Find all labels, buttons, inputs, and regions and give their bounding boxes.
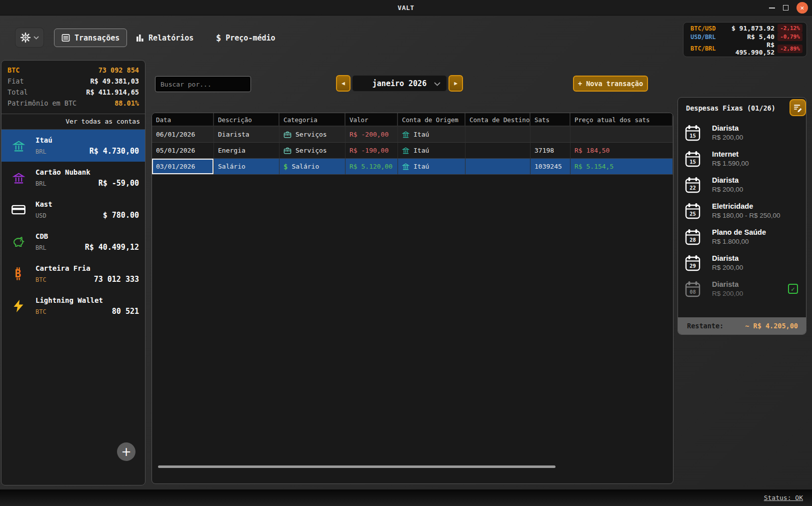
change-badge: -2,12% (778, 24, 802, 33)
cell-sats[interactable] (530, 127, 570, 143)
add-account-button[interactable]: + (117, 442, 136, 461)
cell-value[interactable]: R$ -200,00 (346, 127, 398, 143)
pair-label: BTC/BRL (690, 45, 726, 52)
tab-relatorios[interactable]: Relatórios (129, 29, 200, 47)
close-icon[interactable]: ✕ (796, 2, 808, 14)
minimize-icon[interactable] (769, 8, 775, 9)
cell-destination[interactable] (466, 143, 530, 159)
calendar-icon: 22 (685, 177, 710, 193)
chevron-down-icon (434, 82, 440, 86)
expense-amount: R$ 1.800,00 (712, 238, 788, 245)
svg-text:28: 28 (690, 236, 696, 242)
cell-sats-price[interactable]: R$ 184,50 (570, 143, 673, 159)
remaining-value: ~ R$ 4.205,00 (745, 322, 798, 330)
cell-origin[interactable]: Itaú (398, 127, 466, 143)
checkbox-checked-icon[interactable]: ✓ (788, 284, 798, 294)
cell-sats-price[interactable] (570, 127, 673, 143)
account-name: Cartão Nubank (36, 168, 139, 176)
tab-transacoes[interactable]: Transações (54, 29, 127, 47)
expense-item[interactable]: 28 Plano de Saúde R$ 1.800,00 (678, 224, 806, 250)
cell-origin[interactable]: Itaú (398, 159, 466, 175)
briefcase-icon (284, 147, 292, 154)
svg-text:15: 15 (690, 158, 696, 164)
account-currency: BTC (36, 276, 46, 283)
expense-amount: R$ 180,00 - R$ 250,00 (712, 212, 788, 219)
cell-origin[interactable]: Itaú (398, 143, 466, 159)
lightning-icon (2, 299, 36, 313)
svg-text:25: 25 (690, 210, 696, 216)
bank-icon (402, 147, 410, 154)
account-name: CDB (36, 232, 139, 240)
ticker-row-btc-brl: BTC/BRL R$ 495.990,52 -2,89% (690, 41, 802, 56)
cell-date[interactable]: 03/01/2026 (152, 159, 214, 175)
calendar-icon: 15 (685, 125, 710, 141)
account-item-itau[interactable]: Itaú BRL R$ 4.730,00 (2, 130, 145, 162)
account-currency: BRL (36, 148, 46, 155)
column-header-sats: Sats (530, 113, 570, 127)
account-item-carteira-fria[interactable]: B Carteira Fria BTC 73 012 333 (2, 258, 145, 290)
cell-date[interactable]: 05/01/2026 (152, 143, 214, 159)
cell-description[interactable]: Energia (214, 143, 280, 159)
cell-category[interactable]: $ Salário (280, 159, 346, 175)
cell-sats[interactable]: 37198 (530, 143, 570, 159)
account-item-lightning[interactable]: Lightning Wallet BTC 80 521 (2, 290, 145, 322)
account-name: Lightning Wallet (36, 296, 139, 304)
status-bar: Status: OK (0, 489, 812, 506)
horizontal-scrollbar[interactable] (158, 465, 556, 468)
calendar-icon: 29 (685, 255, 710, 271)
cell-category[interactable]: Serviços (280, 143, 346, 159)
change-badge: -2,89% (778, 45, 802, 53)
card-icon (2, 204, 36, 215)
cell-sats[interactable]: 1039245 (530, 159, 570, 175)
search-input[interactable] (155, 76, 251, 92)
pair-label: BTC/USD (690, 25, 726, 32)
bitcoin-icon: B (2, 267, 36, 281)
pair-value: R$ 5,40 (730, 33, 774, 41)
expense-item-completed[interactable]: 08 Diarista R$ 200,00 ✓ (678, 276, 806, 302)
view-all-accounts-link[interactable]: Ver todas as contas (2, 114, 145, 130)
pair-label: USD/BRL (690, 34, 726, 41)
list-icon (62, 34, 70, 42)
right-arrow-icon: ▶ (454, 80, 458, 87)
account-item-kast[interactable]: Kast USD $ 780.00 (2, 194, 145, 226)
tab-label: Transações (74, 34, 120, 43)
window-title: VALT (398, 4, 414, 12)
maximize-icon[interactable] (783, 5, 788, 11)
cell-description[interactable]: Salário (214, 159, 280, 175)
summary-row-btc: BTC 73 092 854 (2, 65, 145, 76)
expense-name: Diarista (712, 124, 788, 132)
cell-value[interactable]: R$ 5.120,00 (346, 159, 398, 175)
expense-amount: R$ 200,00 (712, 134, 788, 141)
cell-destination[interactable] (466, 127, 530, 143)
tab-preco-medio[interactable]: $ Preço-médio (209, 29, 282, 47)
new-transaction-button[interactable]: + Nova transação (573, 76, 648, 92)
expense-item[interactable]: 15 Diarista R$ 200,00 (678, 120, 806, 146)
table-row[interactable]: 06/01/2026 Diarista Serviços R$ -200,00 … (152, 127, 673, 143)
settings-menu-button[interactable] (15, 28, 44, 48)
previous-month-button[interactable]: ◀ (336, 75, 350, 92)
expense-item[interactable]: 22 Diarista R$ 200,00 (678, 172, 806, 198)
next-month-button[interactable]: ▶ (448, 75, 463, 92)
account-name: Itaú (36, 136, 139, 144)
month-selector[interactable]: janeiro 2026 (352, 75, 447, 92)
briefcase-icon (284, 131, 292, 138)
cell-value[interactable]: R$ -190,00 (346, 143, 398, 159)
expense-item[interactable]: 29 Diarista R$ 200,00 (678, 250, 806, 276)
expense-name: Internet (712, 150, 788, 158)
cell-destination[interactable] (466, 159, 530, 175)
gear-icon (20, 33, 30, 43)
cell-sats-price[interactable]: R$ 5.154,5 (570, 159, 673, 175)
expense-item[interactable]: 25 Eletricidade R$ 180,00 - R$ 250,00 (678, 198, 806, 224)
svg-text:15: 15 (690, 132, 696, 138)
month-label: janeiro 2026 (372, 79, 426, 88)
account-item-nubank[interactable]: Cartão Nubank BRL R$ -59,00 (2, 162, 145, 194)
cell-date[interactable]: 06/01/2026 (152, 127, 214, 143)
account-item-cdb[interactable]: CDB BRL R$ 40.499,12 (2, 226, 145, 258)
cell-category[interactable]: Serviços (280, 127, 346, 143)
table-row-selected[interactable]: 03/01/2026 Salário $ Salário R$ 5.120,00… (152, 159, 673, 175)
table-row[interactable]: 05/01/2026 Energia Serviços R$ -190,00 I… (152, 143, 673, 159)
cell-description[interactable]: Diarista (214, 127, 280, 143)
column-header-categoria: Categoria (280, 113, 346, 127)
edit-expenses-button[interactable] (790, 99, 806, 116)
expense-item[interactable]: 15 Internet R$ 1.590,00 (678, 146, 806, 172)
